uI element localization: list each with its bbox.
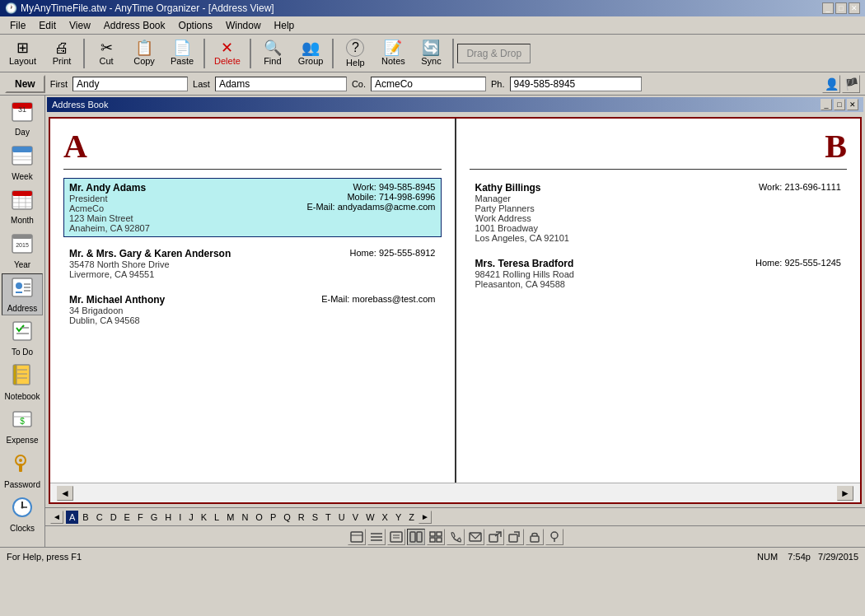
group-button[interactable]: 👥 Group	[292, 38, 330, 68]
menu-edit[interactable]: Edit	[32, 18, 63, 33]
alpha-X[interactable]: X	[379, 511, 391, 524]
menu-file[interactable]: File	[3, 18, 32, 33]
menu-view[interactable]: View	[63, 18, 97, 33]
print-button[interactable]: 🖨 Print	[44, 38, 80, 68]
alpha-next-arrow[interactable]: ►	[418, 511, 432, 524]
alpha-L[interactable]: L	[211, 511, 222, 524]
menu-help[interactable]: Help	[268, 18, 302, 33]
sidebar-item-todo[interactable]: To Do	[2, 317, 43, 359]
alpha-B[interactable]: B	[79, 511, 91, 524]
inner-minimize-btn[interactable]: _	[821, 99, 832, 110]
next-page-arrow[interactable]: ►	[837, 486, 853, 501]
alpha-Q[interactable]: Q	[280, 511, 294, 524]
flag-button[interactable]: 🏴	[842, 75, 860, 93]
alpha-Z[interactable]: Z	[405, 511, 418, 524]
contact-card-anderson[interactable]: Mr. & Mrs. Gary & Karen Anderson 35478 N…	[63, 244, 442, 283]
paste-button[interactable]: 📄 Paste	[164, 38, 200, 68]
view-book-btn[interactable]	[407, 529, 425, 545]
alpha-R[interactable]: R	[295, 511, 308, 524]
sidebar-item-address[interactable]: Address	[2, 273, 43, 315]
contact-phone2-label-1: Mobile:	[347, 192, 376, 202]
alpha-D[interactable]: D	[107, 511, 120, 524]
alpha-T[interactable]: T	[322, 511, 334, 524]
help-button[interactable]: ? Help	[337, 36, 373, 70]
sidebar-item-week[interactable]: Week	[2, 141, 43, 183]
contact-detail-1-1: President	[69, 194, 306, 203]
sidebar-item-notebook[interactable]: Notebook	[2, 361, 43, 403]
sync-button[interactable]: 🔄 Sync	[413, 38, 449, 68]
find-button[interactable]: 🔍 Find	[255, 38, 291, 68]
clocks-icon	[11, 496, 34, 524]
email-btn[interactable]	[466, 529, 484, 545]
inner-close-btn[interactable]: ✕	[847, 99, 858, 110]
cut-button[interactable]: ✂ Cut	[88, 38, 124, 68]
alpha-K[interactable]: K	[198, 511, 210, 524]
first-input[interactable]	[72, 77, 188, 91]
photo-button[interactable]: 👤	[822, 75, 840, 93]
alpha-U[interactable]: U	[335, 511, 348, 524]
last-input[interactable]	[215, 77, 347, 91]
alpha-G[interactable]: G	[147, 511, 161, 524]
sidebar-item-password[interactable]: Password	[2, 449, 43, 491]
view-list-btn[interactable]	[367, 529, 386, 545]
alpha-V[interactable]: V	[349, 511, 362, 524]
alpha-J[interactable]: J	[185, 511, 197, 524]
alpha-M[interactable]: M	[223, 511, 237, 524]
alpha-C[interactable]: C	[93, 511, 106, 524]
view-grid-btn[interactable]	[427, 529, 445, 545]
phone-input[interactable]	[510, 77, 642, 91]
inner-title-bar: Address Book _ □ ✕	[47, 97, 863, 112]
import-btn[interactable]	[506, 529, 524, 545]
alpha-H[interactable]: H	[161, 511, 175, 524]
alpha-F[interactable]: F	[134, 511, 147, 524]
contact-card-bradford[interactable]: Mrs. Teresa Bradford 98421 Rolling Hills…	[470, 254, 848, 293]
sidebar-item-expense[interactable]: $ Expense	[2, 405, 43, 447]
svg-rect-51	[430, 532, 435, 536]
view-detail-btn[interactable]	[387, 529, 405, 545]
contact-detail-4-3: Work Address	[475, 213, 759, 223]
map-btn[interactable]	[545, 529, 563, 545]
alpha-W[interactable]: W	[362, 511, 377, 524]
alpha-E[interactable]: E	[121, 511, 133, 524]
sidebar-month-label: Month	[11, 216, 34, 225]
menu-addressbook[interactable]: Address Book	[97, 18, 172, 33]
app-icon: 🕐	[5, 2, 17, 14]
alpha-P[interactable]: P	[267, 511, 279, 524]
export-btn[interactable]	[486, 529, 504, 545]
maximize-btn[interactable]: □	[835, 2, 847, 14]
alpha-Y[interactable]: Y	[392, 511, 404, 524]
menu-window[interactable]: Window	[219, 18, 268, 33]
sidebar-item-month[interactable]: Month	[2, 185, 43, 227]
alpha-S[interactable]: S	[309, 511, 321, 524]
minimize-btn[interactable]: _	[822, 2, 834, 14]
last-label: Last	[193, 79, 210, 89]
inner-maximize-btn[interactable]: □	[834, 99, 845, 110]
notes-button[interactable]: 📝 Notes	[375, 38, 411, 68]
new-button[interactable]: New	[5, 75, 45, 93]
sidebar-item-day[interactable]: 31 Day	[2, 97, 43, 139]
sidebar-item-clocks[interactable]: Clocks	[2, 493, 43, 535]
prev-page-arrow[interactable]: ◄	[57, 486, 73, 501]
sidebar-item-year[interactable]: 2015 Year	[2, 229, 43, 271]
alpha-A[interactable]: A	[66, 511, 78, 524]
contact-detail-4-5: Los Angeles, CA 92101	[475, 233, 759, 243]
menu-options[interactable]: Options	[172, 18, 219, 33]
alpha-prev-arrow[interactable]: ◄	[50, 511, 63, 524]
dial-btn[interactable]	[447, 529, 465, 545]
alpha-O[interactable]: O	[252, 511, 266, 524]
company-input[interactable]	[371, 77, 486, 91]
left-divider	[63, 169, 442, 170]
contact-card-billings[interactable]: Kathy Billings Manager Party Planners Wo…	[470, 178, 848, 247]
layout-button[interactable]: ⊞ Layout	[3, 38, 42, 68]
view-card-btn[interactable]	[348, 529, 366, 545]
lock-btn[interactable]	[526, 529, 544, 545]
copy-button[interactable]: 📋 Copy	[126, 38, 162, 68]
delete-button[interactable]: ✕ Delete	[208, 38, 246, 68]
alpha-N[interactable]: N	[238, 511, 251, 524]
contact-card-andy-adams[interactable]: Mr. Andy Adams President AcmeCo 123 Main…	[63, 178, 442, 237]
close-btn[interactable]: ✕	[849, 2, 860, 14]
sidebar: 31 Day Week	[0, 96, 45, 547]
contact-phone-val-2: 925-555-8912	[379, 248, 436, 258]
contact-card-anthony[interactable]: Mr. Michael Anthony 34 Brigadoon Dublin,…	[63, 290, 442, 329]
alpha-I[interactable]: I	[175, 511, 185, 524]
